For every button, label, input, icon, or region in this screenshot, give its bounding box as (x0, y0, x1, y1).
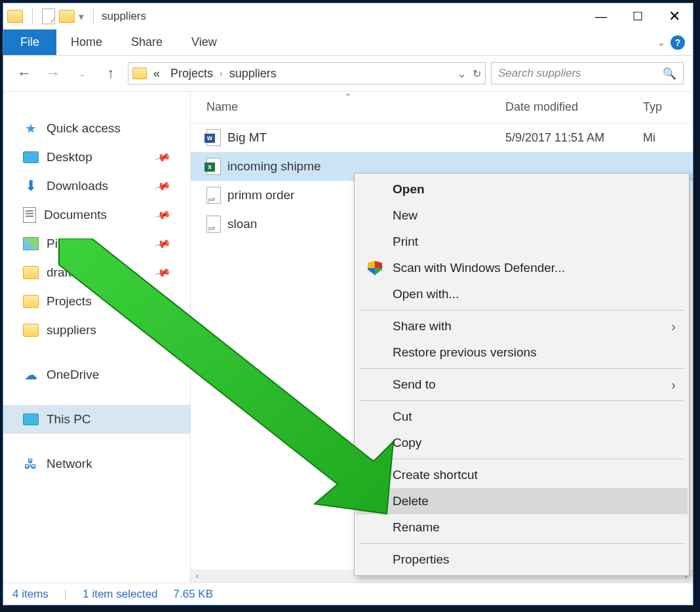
pin-icon: 📌 (154, 235, 172, 252)
column-header-type[interactable]: Typ (643, 100, 662, 114)
folder-icon (23, 324, 39, 337)
status-size: 7.65 KB (174, 588, 214, 601)
column-header-name[interactable]: Name (191, 100, 505, 114)
file-row[interactable]: Big MT 5/9/2017 11:51 AM Mi (191, 123, 693, 152)
monitor-icon (23, 413, 39, 425)
ctx-rename[interactable]: Rename (356, 514, 688, 541)
column-headers: Name Date modified Typ (191, 92, 693, 123)
ctx-create-shortcut[interactable]: Create shortcut (356, 462, 688, 488)
pin-icon: 📌 (154, 322, 172, 339)
chevron-right-icon: › (671, 377, 676, 392)
pdf-file-icon (206, 216, 221, 233)
pin-icon: 📌 (154, 293, 172, 310)
scroll-left-icon[interactable]: ‹ (191, 571, 204, 581)
pin-icon: 📌 (154, 206, 172, 223)
titlebar: ✓ ▾ suppliers — ☐ ✕ (3, 3, 693, 29)
dropdown-chevron-icon[interactable]: ▾ (79, 10, 84, 23)
pdf-file-icon (206, 187, 221, 204)
word-file-icon (206, 129, 221, 146)
maximize-button[interactable]: ☐ (619, 4, 656, 29)
pin-icon: 📌 (154, 264, 172, 281)
download-icon: ⬇ (23, 179, 39, 193)
ctx-new[interactable]: New (356, 202, 688, 229)
ctx-open[interactable]: Open (356, 176, 688, 202)
file-tab[interactable]: File (3, 29, 56, 55)
quick-access-label: Quick access (47, 121, 121, 136)
ctx-defender[interactable]: Scan with Windows Defender... (356, 255, 688, 281)
ribbon: File Home Share View ⌄ ? (3, 29, 693, 56)
expand-ribbon-icon[interactable]: ⌄ (657, 36, 665, 48)
shield-icon (366, 259, 383, 277)
refresh-icon[interactable]: ↻ (473, 67, 481, 80)
up-button[interactable]: ↑ (99, 62, 123, 85)
column-header-date[interactable]: Date modified (505, 100, 643, 114)
properties-toolbar-icon[interactable]: ✓ (42, 9, 55, 24)
folder-icon (7, 10, 23, 23)
quick-access-header[interactable]: ★ Quick access (3, 114, 190, 143)
address-dropdown-icon[interactable]: ⌄ (457, 67, 466, 80)
network-icon: 🖧 (23, 457, 39, 471)
documents-icon (23, 207, 36, 223)
ctx-open-with[interactable]: Open with... (356, 281, 688, 307)
pin-icon: 📌 (154, 178, 172, 195)
folder-icon (23, 266, 39, 279)
help-icon[interactable]: ? (671, 35, 685, 50)
back-button[interactable]: ← (12, 62, 36, 85)
share-tab[interactable]: Share (117, 29, 177, 55)
ctx-delete[interactable]: Delete (356, 488, 688, 514)
address-bar[interactable]: « Projects › suppliers ⌄ ↻ (128, 62, 486, 85)
chevron-right-icon[interactable]: › (220, 68, 223, 79)
ctx-print[interactable]: Print (356, 229, 688, 255)
breadcrumb-prefix: « (149, 67, 164, 81)
search-placeholder: Search suppliers (498, 67, 581, 80)
home-tab[interactable]: Home (56, 29, 117, 55)
recent-dropdown-icon[interactable]: ⌄ (70, 62, 94, 85)
forward-button[interactable]: → (41, 62, 65, 85)
sidebar-item-projects[interactable]: Projects 📌 (3, 287, 190, 316)
breadcrumb-segment[interactable]: suppliers (225, 67, 281, 81)
navigation-pane: ★ Quick access Desktop 📌 ⬇ Downloads 📌 D… (3, 92, 191, 605)
excel-file-icon (206, 158, 221, 175)
close-button[interactable]: ✕ (656, 4, 693, 29)
ctx-restore[interactable]: Restore previous versions (356, 339, 688, 366)
context-menu: Open New Print Scan with Windows Defende… (354, 173, 690, 576)
onedrive-icon: ☁ (23, 368, 39, 382)
sidebar-item-downloads[interactable]: ⬇ Downloads 📌 (3, 172, 190, 201)
sidebar-item-suppliers[interactable]: suppliers 📌 (3, 316, 190, 345)
status-item-count: 4 items (12, 588, 49, 601)
sidebar-item-pictures[interactable]: Pictures 📌 (3, 229, 190, 258)
sidebar-item-onedrive[interactable]: ☁ OneDrive (3, 360, 190, 389)
search-input[interactable]: Search suppliers 🔍 (491, 62, 684, 85)
new-folder-icon[interactable] (59, 10, 75, 23)
ctx-send-to[interactable]: Send to› (356, 372, 688, 398)
minimize-button[interactable]: — (583, 4, 619, 29)
chevron-right-icon: › (671, 319, 676, 334)
window-title: suppliers (102, 10, 146, 23)
window-controls: — ☐ ✕ (583, 4, 693, 29)
address-toolbar: ← → ⌄ ↑ « Projects › suppliers ⌄ ↻ Searc… (3, 56, 693, 91)
quick-access-toolbar: ✓ ▾ (7, 8, 99, 25)
search-icon: 🔍 (663, 67, 676, 81)
status-bar: 4 items | 1 item selected 7.65 KB (3, 583, 693, 605)
sidebar-item-documents[interactable]: Documents 📌 (3, 201, 190, 229)
pin-icon: 📌 (154, 149, 172, 166)
folder-icon (132, 67, 147, 79)
status-selection: 1 item selected (83, 588, 157, 601)
ctx-properties[interactable]: Properties (356, 546, 688, 573)
star-icon: ★ (23, 121, 39, 136)
sidebar-item-network[interactable]: 🖧 Network (3, 449, 190, 478)
collapse-chevron-icon[interactable]: ⌃ (344, 92, 352, 102)
folder-icon (23, 295, 39, 308)
ctx-share-with[interactable]: Share with› (356, 313, 688, 339)
desktop-icon (23, 151, 39, 163)
sidebar-item-this-pc[interactable]: This PC (3, 405, 190, 434)
sidebar-item-drafts[interactable]: drafts 📌 (3, 258, 190, 287)
sidebar-item-desktop[interactable]: Desktop 📌 (3, 143, 190, 172)
view-tab[interactable]: View (177, 29, 231, 55)
ctx-copy[interactable]: Copy (356, 430, 688, 456)
pictures-icon (23, 237, 39, 250)
ctx-cut[interactable]: Cut (356, 404, 688, 430)
breadcrumb-segment[interactable]: Projects (166, 67, 217, 81)
